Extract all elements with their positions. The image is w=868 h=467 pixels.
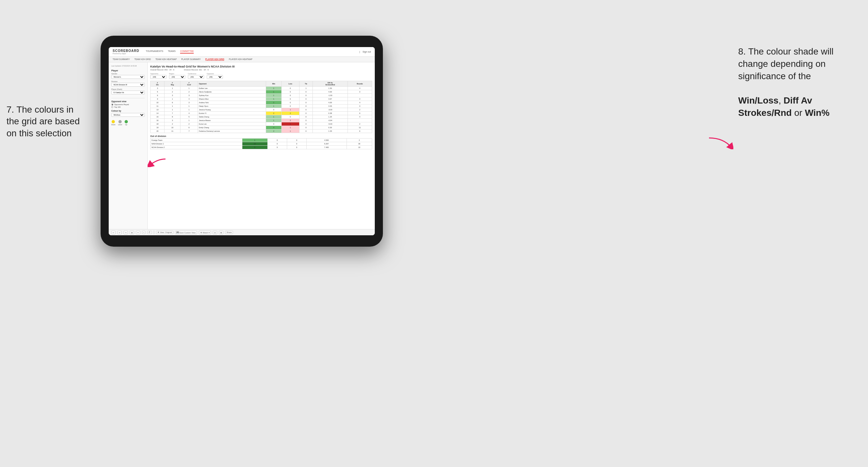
toolbar-sep (154, 230, 154, 234)
toolbar-save-custom[interactable]: 💾 Save Custom View (175, 231, 197, 234)
legend-up-circle (125, 120, 128, 123)
out-div-rounds: 2 (346, 138, 372, 142)
toolbar-grid2[interactable]: ⊡ (213, 231, 217, 234)
toolbar-dot[interactable]: • (142, 231, 145, 234)
cell-win: 0 (266, 108, 281, 112)
out-div-rounds: 10 (346, 146, 372, 149)
radio-dot-top100 (111, 106, 113, 108)
cell-rounds: 6 (347, 129, 372, 133)
colour-by-select[interactable]: Win/loss (111, 113, 145, 117)
out-div-name: NAIA Division 1 (151, 142, 242, 146)
toolbar-undo[interactable]: ↩ (111, 231, 116, 234)
col-conf: #Conf (180, 81, 197, 87)
player-rank-select[interactable]: 8. Katelyn Vo (111, 91, 145, 94)
cell-rank-1: 11 (164, 129, 180, 133)
cell-rank-1: 1 (164, 104, 180, 108)
cell-rank-1: 3 (164, 119, 180, 122)
table-row: 1474Eunice Yi2200.389 (151, 112, 372, 115)
opponents-select[interactable]: (All) (150, 75, 166, 79)
cell-win: 1 (266, 104, 281, 108)
cell-rank-2: 6 (180, 126, 197, 129)
col-tie: Tie (299, 81, 313, 87)
toolbar-share[interactable]: Share (225, 231, 233, 234)
logo-area: SCOREBOARD Powered by clippd (113, 49, 139, 55)
cell-rank-2: 1 (180, 87, 197, 90)
cell-tie: 0 (299, 122, 313, 126)
cell-rounds: 3 (347, 97, 372, 101)
cell-win: 1 (266, 119, 281, 122)
radio-opponents-played[interactable]: Opponents Played (111, 103, 145, 105)
legend-level: Level (118, 120, 122, 126)
sub-nav-team-heatmap[interactable]: TEAM H2H HEATMAP (155, 58, 177, 61)
sub-nav-player-heatmap[interactable]: PLAYER H2H HEATMAP (229, 58, 252, 61)
division-select[interactable]: NCAA Division III (111, 83, 145, 87)
radio-top100[interactable]: Top 100 (111, 106, 145, 108)
sub-nav: TEAM SUMMARY TEAM H2H GRID TEAM H2H HEAT… (109, 57, 375, 62)
out-div-name: Foreign Team (151, 138, 242, 142)
cell-rounds: 4 (347, 115, 372, 119)
cell-diff: -0.94 (313, 119, 347, 122)
out-div-win: 5 (242, 146, 268, 149)
sub-nav-team-h2h[interactable]: TEAM H2H GRID (134, 58, 151, 61)
table-row: 1631Jessica Mason120-0.94 (151, 119, 372, 122)
cell-diff: 0.38 (313, 112, 347, 115)
radio-dot-played (111, 103, 113, 105)
toolbar-grid[interactable]: ⊞ (130, 231, 134, 234)
cell-win: 1 (266, 115, 281, 119)
grid-area: Katelyn Vo Head-to-Head Grid for Women's… (148, 62, 375, 229)
cell-rank-2: 3 (180, 101, 197, 104)
col-win: Win (266, 81, 281, 87)
opponent-select[interactable]: (All) (207, 75, 223, 79)
sub-nav-player-h2h[interactable]: PLAYER H2H GRID (206, 58, 224, 61)
cell-rank-1: 2 (164, 90, 180, 94)
cell-diff: -1.00 (313, 94, 347, 97)
filter-region: Region (All) (169, 73, 185, 79)
region-select[interactable]: (All) (169, 75, 185, 79)
col-rounds: Rounds (347, 81, 372, 87)
overall-record: Overall Record: 353 - 34 - 6 (150, 69, 174, 71)
annotation-winpct: Win% (805, 108, 829, 118)
cell-win: 2 (266, 112, 281, 115)
out-div-win: 15 (242, 142, 268, 146)
out-div-loss: 0 (268, 146, 287, 149)
toolbar-cut[interactable]: ✂ (136, 231, 140, 234)
cell-rounds: 3 (347, 90, 372, 94)
cell-loss: 1 (281, 108, 299, 112)
col-opponent: Opponent (197, 81, 266, 87)
sidebar-player-title: Player (111, 69, 145, 72)
cell-rank-2: 3 (180, 94, 197, 97)
toolbar-table[interactable]: ⊠ (219, 231, 223, 234)
nav-committee[interactable]: COMMITTEE (180, 50, 194, 54)
toolbar-view-original[interactable]: 👁 View: Original (156, 231, 173, 234)
gender-select[interactable]: Women's (111, 75, 145, 79)
sub-nav-player-summary[interactable]: PLAYER SUMMARY (181, 58, 201, 61)
cell-diff: 3.33 (313, 104, 347, 108)
cell-win: 1 (266, 87, 281, 90)
table-row: 1822Euna Lee010-5.002 (151, 122, 372, 126)
cell-rank-0: 16 (151, 119, 164, 122)
nav-teams[interactable]: TEAMS (168, 50, 176, 54)
cell-rounds: 3 (347, 104, 372, 108)
out-div-rounds: 30 (346, 142, 372, 146)
cell-tie: 0 (299, 129, 313, 133)
cell-rounds: 4 (347, 87, 372, 90)
cell-rank-0: 15 (151, 115, 164, 119)
toolbar-redo[interactable]: ↪ (124, 231, 128, 234)
region-label: Region (169, 73, 185, 75)
filters-row: Opponents: (All) Region (All) Conference (150, 73, 372, 79)
toolbar-timer[interactable]: ⏱ (147, 231, 152, 234)
cell-opponent-name: Alexis Sudjianto (197, 90, 266, 94)
cell-tie: 0 (299, 108, 313, 112)
cell-tie: 0 (299, 94, 313, 97)
toolbar-undo2[interactable]: ↩ (118, 231, 122, 234)
sub-nav-team-summary[interactable]: TEAM SUMMARY (113, 58, 130, 61)
nav-sign-out[interactable]: Sign out (363, 51, 371, 53)
out-div-tie: 0 (287, 138, 306, 142)
nav-tournaments[interactable]: TOURNAMENTS (146, 50, 163, 54)
conference-select[interactable]: (All) (188, 75, 204, 79)
toolbar-watch[interactable]: 👁 Watch ▾ (199, 231, 211, 234)
annotation-left: 7. The colours in the grid are based on … (6, 104, 88, 139)
cell-rank-1: 7 (164, 112, 180, 115)
cell-rank-0: 18 (151, 122, 164, 126)
cell-rank-0: 3 (151, 87, 164, 90)
